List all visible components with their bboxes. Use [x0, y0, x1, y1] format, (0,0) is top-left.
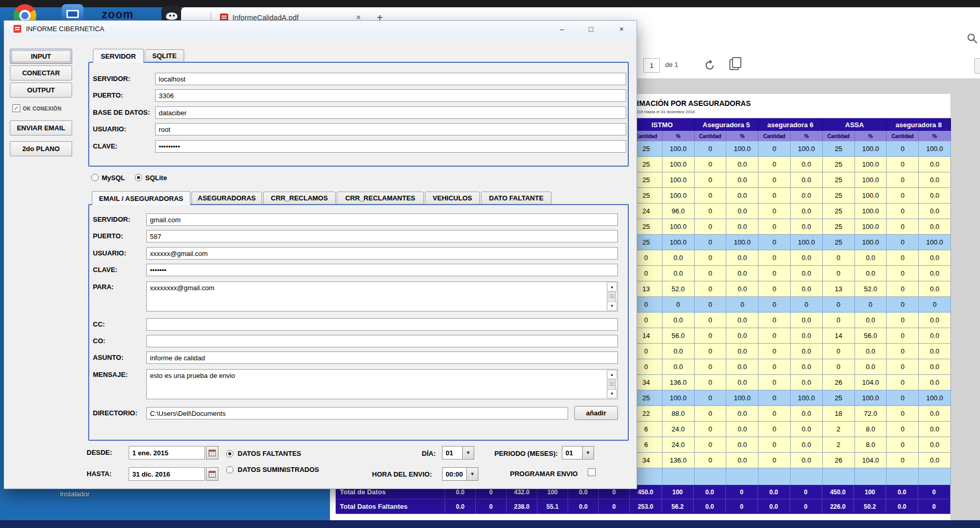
table-cell: 100.0	[791, 141, 823, 157]
sqlite-radio[interactable]	[135, 174, 142, 181]
table-cell: 100.0	[855, 235, 887, 250]
minimize-button[interactable]: –	[552, 21, 572, 37]
db-usuario-input[interactable]	[155, 123, 626, 136]
para-textarea[interactable]: xxxxxxxx@gmail.com ▲ ▼	[146, 281, 618, 312]
table-cell: 0	[887, 375, 919, 390]
close-button[interactable]: ×	[612, 21, 631, 37]
table-row: 00.000.000.000.000.0	[630, 344, 951, 359]
tab-crr-reclamos[interactable]: CRR_RECLAMOS	[263, 192, 336, 205]
segundo-plano-button[interactable]: 2do PLANO	[10, 141, 72, 156]
db-basedatos-input[interactable]	[155, 106, 626, 119]
window-titlebar[interactable]: INFORME CIBERNETICA – □ ×	[4, 21, 637, 37]
table-cell: 0	[823, 266, 855, 281]
chevron-down-icon[interactable]: ▼	[583, 446, 594, 459]
db-clave-input[interactable]	[155, 140, 626, 153]
subcolumn-header: Cantidad	[758, 131, 791, 141]
zoom-icon[interactable]	[966, 32, 978, 45]
tab-servidor[interactable]: SERVIDOR	[93, 49, 144, 63]
hasta-input[interactable]	[129, 467, 205, 481]
programar-envio-checkbox[interactable]	[588, 468, 596, 476]
email-servidor-input[interactable]	[146, 213, 618, 226]
email-servidor-label: SERVIDOR:	[93, 215, 130, 223]
table-cell: 0	[887, 390, 919, 406]
tab-aseguradoras[interactable]: ASEGURADORAS	[191, 192, 262, 205]
hora-envio-combobox[interactable]: 00:00 ▼	[442, 467, 478, 481]
mensaje-value: esto es una prueba de envio	[150, 372, 605, 380]
tab-dato-faltante[interactable]: DATO FALTANTE	[481, 192, 551, 205]
page-number-input[interactable]: 1	[643, 58, 660, 73]
desde-calendar-button[interactable]	[206, 446, 218, 459]
email-usuario-input[interactable]	[146, 247, 618, 260]
table-row: 25100.000.000.025100.000.0	[630, 219, 951, 235]
totals-cell: 450.0	[822, 485, 854, 499]
installer-desktop-label[interactable]: Instalador	[50, 490, 100, 498]
rotate-icon[interactable]	[703, 59, 716, 72]
scroll-up-icon[interactable]: ▲	[607, 282, 617, 291]
table-cell: 0.0	[919, 422, 951, 437]
edge-tool-icon[interactable]	[974, 58, 980, 74]
para-scrollbar[interactable]: ▲ ▼	[606, 282, 617, 310]
directorio-input[interactable]	[146, 407, 568, 419]
desde-label: DESDE:	[87, 449, 112, 456]
table-cell: 0	[823, 359, 855, 375]
asunto-input[interactable]	[146, 351, 618, 364]
table-cell: 26	[823, 375, 855, 390]
email-clave-input[interactable]	[146, 264, 618, 276]
table-cell: 0.0	[919, 188, 951, 204]
mensaje-scrollbar[interactable]: ▲ ▼	[606, 370, 617, 398]
table-cell: 0	[726, 297, 758, 313]
column-header: ISTMO	[630, 118, 695, 131]
tab-crr-reclamantes[interactable]: CRR_RECLAMANTES	[337, 192, 424, 205]
table-cell: 2	[823, 437, 855, 453]
mysql-radio[interactable]	[91, 174, 99, 181]
hasta-calendar-button[interactable]	[206, 467, 218, 481]
table-cell: 8.0	[855, 422, 887, 437]
co-input[interactable]	[146, 335, 618, 347]
input-button[interactable]: INPUT	[10, 49, 72, 64]
anadir-button[interactable]: añadir	[574, 406, 618, 420]
cc-input[interactable]	[146, 318, 618, 331]
datos-faltantes-radio[interactable]	[226, 450, 233, 457]
table-cell: 0	[887, 235, 919, 250]
table-row: 34136.000.000.026104.000.0	[630, 453, 951, 468]
chevron-down-icon[interactable]: ▼	[467, 467, 478, 481]
table-cell	[758, 468, 791, 485]
conectar-button[interactable]: CONECTAR	[10, 65, 72, 80]
table-cell: 0.0	[791, 157, 823, 172]
table-cell: 0	[758, 219, 791, 235]
db-puerto-input[interactable]	[155, 89, 626, 102]
table-cell: 0.0	[662, 266, 695, 281]
table-cell: 104.0	[855, 453, 887, 468]
tab-vehiculos[interactable]: VEHICULOS	[425, 192, 480, 205]
mensaje-textarea[interactable]: esto es una prueba de envio ▲ ▼	[146, 369, 618, 399]
table-cell: 0.0	[855, 359, 887, 375]
table-cell: 0.0	[726, 204, 758, 219]
email-puerto-input[interactable]	[146, 230, 618, 242]
ok-conexion-checkbox[interactable]: ✓	[12, 104, 20, 112]
totals-cell: 0	[476, 499, 506, 513]
enviar-email-button[interactable]: ENVIAR EMAIL	[10, 120, 72, 136]
tab-email-aseguradoras[interactable]: EMAIL / ASEGURADORAS	[92, 191, 190, 205]
scroll-down-icon[interactable]: ▼	[607, 302, 617, 310]
table-cell: 100.0	[855, 390, 887, 406]
totals-cell: 0	[726, 499, 758, 513]
maximize-button[interactable]: □	[581, 21, 601, 37]
scroll-thumb[interactable]	[608, 380, 616, 390]
chevron-down-icon[interactable]: ▼	[463, 446, 474, 459]
output-button[interactable]: OUTPUT	[10, 83, 72, 98]
scroll-thumb[interactable]	[608, 292, 616, 302]
datos-suministrados-radio[interactable]	[226, 466, 233, 473]
dia-combobox[interactable]: 01 ▼	[442, 446, 474, 459]
pages-icon[interactable]	[729, 59, 739, 70]
zoom-app-label[interactable]: zoom	[102, 8, 133, 21]
document-subtitle: 2015 Hasta el 31 diciembre 2016	[634, 110, 695, 114]
scroll-down-icon[interactable]: ▼	[607, 389, 617, 398]
scroll-up-icon[interactable]: ▲	[607, 370, 617, 379]
totals-cell: 0	[918, 499, 950, 513]
table-cell: 0	[758, 266, 791, 281]
db-servidor-input[interactable]	[155, 73, 626, 85]
tab-sqlite[interactable]: SQLITE	[145, 49, 184, 62]
desde-input[interactable]	[129, 446, 205, 459]
periodo-combobox[interactable]: 01 ▼	[562, 446, 594, 459]
table-cell: 0	[695, 328, 727, 344]
